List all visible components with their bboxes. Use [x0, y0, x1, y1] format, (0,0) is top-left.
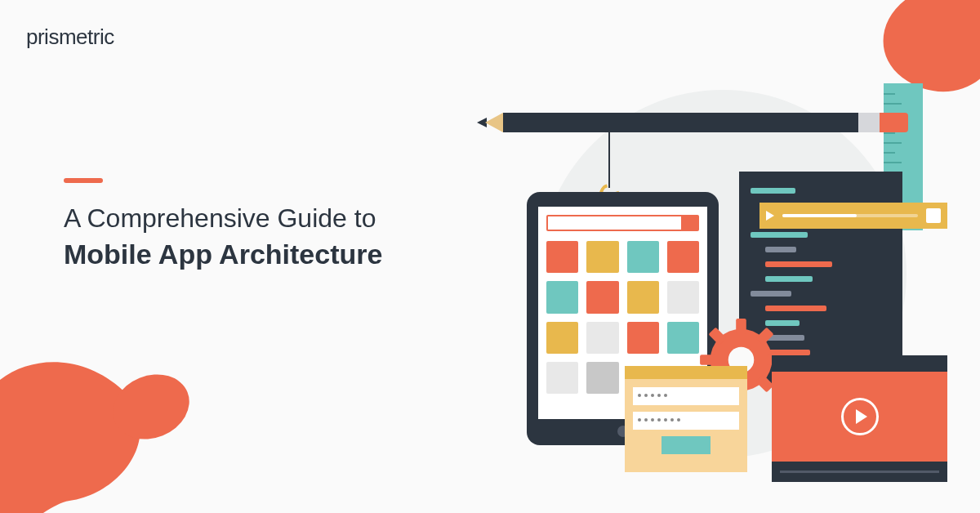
app-icon: [667, 241, 699, 273]
svg-rect-2: [736, 319, 746, 334]
password-field-icon: [633, 412, 739, 430]
app-icon: [627, 241, 659, 273]
app-icon: [546, 362, 578, 394]
login-form-icon: [625, 366, 747, 472]
app-icon: [546, 241, 578, 273]
code-line: [765, 306, 826, 311]
crane-line-icon: [608, 131, 610, 188]
play-icon: [766, 211, 774, 221]
title-main: Mobile App Architecture: [64, 236, 382, 272]
app-icon: [627, 281, 659, 313]
play-circle-icon: [841, 398, 879, 435]
code-line: [751, 232, 808, 238]
app-icon: [667, 322, 699, 354]
code-line: [765, 261, 832, 267]
accent-bar: [64, 178, 103, 183]
page-title: A Comprehensive Guide to Mobile App Arch…: [64, 201, 382, 272]
code-line: [765, 276, 813, 282]
app-icon: [667, 281, 699, 313]
app-icon: [586, 322, 618, 354]
speaker-icon: [926, 208, 941, 223]
decorative-blob-bottom-left: [0, 317, 253, 513]
search-bar-icon: [546, 215, 699, 231]
code-line: [751, 188, 795, 194]
title-intro: A Comprehensive Guide to: [64, 201, 382, 236]
code-line: [765, 247, 796, 252]
app-icon: [627, 322, 659, 354]
svg-rect-4: [700, 355, 715, 365]
video-player-icon: [772, 355, 947, 482]
code-line: [751, 291, 791, 297]
search-icon: [681, 216, 697, 230]
app-icon: [546, 281, 578, 313]
brand-logo: prismetric: [26, 25, 114, 50]
hero-illustration: [490, 49, 947, 506]
media-bar-icon: [760, 203, 947, 229]
app-icon: [546, 322, 578, 354]
submit-button-icon: [662, 436, 710, 454]
pencil-icon: [500, 113, 908, 132]
app-icon: [586, 281, 618, 313]
username-field-icon: [633, 387, 739, 405]
app-icon: [586, 241, 618, 273]
app-icon: [586, 362, 618, 394]
